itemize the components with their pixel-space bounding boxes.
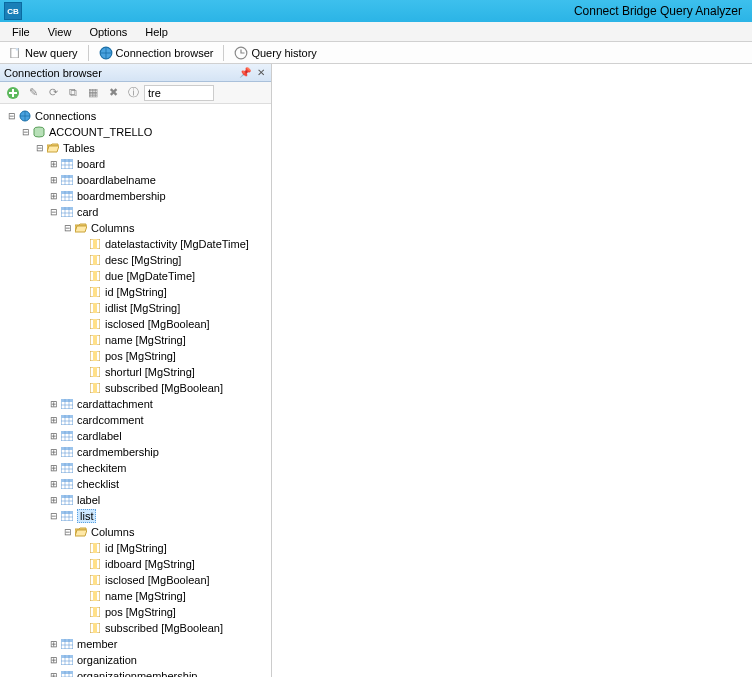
expander-icon[interactable]: ⊞ bbox=[48, 478, 60, 490]
expander-icon[interactable] bbox=[76, 366, 88, 378]
tree-node[interactable]: pos [MgString] bbox=[2, 348, 269, 364]
expander-icon[interactable]: ⊞ bbox=[48, 638, 60, 650]
expander-icon[interactable] bbox=[76, 302, 88, 314]
tree-node[interactable]: pos [MgString] bbox=[2, 604, 269, 620]
tree-node[interactable]: ⊟Connections bbox=[2, 108, 269, 124]
expander-icon[interactable]: ⊟ bbox=[62, 526, 74, 538]
tree-node[interactable]: ⊞label bbox=[2, 492, 269, 508]
tree-node[interactable]: ⊞cardcomment bbox=[2, 412, 269, 428]
expander-icon[interactable] bbox=[76, 590, 88, 602]
tree-node[interactable]: ⊞checklist bbox=[2, 476, 269, 492]
tree-node[interactable]: ⊟Columns bbox=[2, 220, 269, 236]
expander-icon[interactable]: ⊞ bbox=[48, 494, 60, 506]
svg-rect-12 bbox=[61, 191, 73, 194]
tree-node[interactable]: name [MgString] bbox=[2, 332, 269, 348]
tree-node[interactable]: isclosed [MgBoolean] bbox=[2, 316, 269, 332]
close-icon[interactable]: ✕ bbox=[255, 67, 267, 79]
expander-icon[interactable]: ⊞ bbox=[48, 462, 60, 474]
tree-node[interactable]: ⊟Columns bbox=[2, 524, 269, 540]
tree-node[interactable]: ⊞boardlabelname bbox=[2, 172, 269, 188]
expander-icon[interactable]: ⊞ bbox=[48, 398, 60, 410]
tree-node[interactable]: idboard [MgString] bbox=[2, 556, 269, 572]
expander-icon[interactable] bbox=[76, 542, 88, 554]
expander-icon[interactable] bbox=[76, 238, 88, 250]
tree-node[interactable]: ⊞cardattachment bbox=[2, 396, 269, 412]
tree-node[interactable]: ⊞organization bbox=[2, 652, 269, 668]
tree-node[interactable]: subscribed [MgBoolean] bbox=[2, 620, 269, 636]
node-label: label bbox=[77, 494, 100, 506]
tree-node[interactable]: shorturl [MgString] bbox=[2, 364, 269, 380]
refresh-button[interactable]: ⟳ bbox=[44, 84, 62, 102]
globe-icon bbox=[99, 46, 113, 60]
delete-button[interactable]: ✖ bbox=[104, 84, 122, 102]
tree-node[interactable]: ⊞cardmembership bbox=[2, 444, 269, 460]
expander-icon[interactable] bbox=[76, 606, 88, 618]
tree-node[interactable]: ⊞boardmembership bbox=[2, 188, 269, 204]
menu-help[interactable]: Help bbox=[137, 24, 176, 40]
tree-node[interactable]: isclosed [MgBoolean] bbox=[2, 572, 269, 588]
expander-icon[interactable]: ⊞ bbox=[48, 414, 60, 426]
expander-icon[interactable]: ⊞ bbox=[48, 446, 60, 458]
expander-icon[interactable]: ⊞ bbox=[48, 670, 60, 677]
tree-node[interactable]: ⊞organizationmembership bbox=[2, 668, 269, 677]
query-history-button[interactable]: Query history bbox=[230, 44, 320, 62]
separator bbox=[223, 45, 224, 61]
pin-icon[interactable]: 📌 bbox=[239, 67, 251, 79]
menu-file[interactable]: File bbox=[4, 24, 38, 40]
expander-icon[interactable]: ⊟ bbox=[6, 110, 18, 122]
tree-node[interactable]: ⊟list bbox=[2, 508, 269, 524]
database-icon bbox=[32, 125, 46, 139]
table-icon bbox=[60, 173, 74, 187]
expander-icon[interactable] bbox=[76, 558, 88, 570]
tree-node[interactable]: idlist [MgString] bbox=[2, 300, 269, 316]
edit-button[interactable]: ✎ bbox=[24, 84, 42, 102]
tree-node[interactable]: desc [MgString] bbox=[2, 252, 269, 268]
expander-icon[interactable]: ⊟ bbox=[48, 510, 60, 522]
info-button[interactable]: ⓘ bbox=[124, 84, 142, 102]
expander-icon[interactable]: ⊟ bbox=[62, 222, 74, 234]
expander-icon[interactable] bbox=[76, 270, 88, 282]
node-label: id [MgString] bbox=[105, 542, 167, 554]
expander-icon[interactable]: ⊟ bbox=[48, 206, 60, 218]
tree-node[interactable]: ⊞board bbox=[2, 156, 269, 172]
tree-node[interactable]: ⊞member bbox=[2, 636, 269, 652]
tree-node[interactable]: id [MgString] bbox=[2, 284, 269, 300]
expander-icon[interactable]: ⊟ bbox=[20, 126, 32, 138]
tree-node[interactable]: due [MgDateTime] bbox=[2, 268, 269, 284]
expander-icon[interactable] bbox=[76, 574, 88, 586]
column-icon bbox=[88, 589, 102, 603]
expander-icon[interactable]: ⊞ bbox=[48, 430, 60, 442]
tree-node[interactable]: name [MgString] bbox=[2, 588, 269, 604]
expander-icon[interactable]: ⊞ bbox=[48, 190, 60, 202]
tree-node[interactable]: ⊟card bbox=[2, 204, 269, 220]
expander-icon[interactable] bbox=[76, 382, 88, 394]
connection-browser-panel: Connection browser 📌 ✕ ✎ ⟳ ⧉ ▦ ✖ ⓘ ⊟Conn… bbox=[0, 64, 272, 677]
connection-browser-button[interactable]: Connection browser bbox=[95, 44, 218, 62]
expander-icon[interactable]: ⊞ bbox=[48, 654, 60, 666]
tree-node[interactable]: datelastactivity [MgDateTime] bbox=[2, 236, 269, 252]
tree-node[interactable]: subscribed [MgBoolean] bbox=[2, 380, 269, 396]
menu-options[interactable]: Options bbox=[81, 24, 135, 40]
expander-icon[interactable]: ⊞ bbox=[48, 158, 60, 170]
add-connection-button[interactable] bbox=[4, 84, 22, 102]
new-query-button[interactable]: New query bbox=[4, 44, 82, 62]
copy-button[interactable]: ⧉ bbox=[64, 84, 82, 102]
svg-rect-38 bbox=[61, 415, 73, 418]
tree-node[interactable]: id [MgString] bbox=[2, 540, 269, 556]
expander-icon[interactable]: ⊞ bbox=[48, 174, 60, 186]
expander-icon[interactable] bbox=[76, 286, 88, 298]
expander-icon[interactable]: ⊟ bbox=[34, 142, 46, 154]
expander-icon[interactable] bbox=[76, 622, 88, 634]
tree-node[interactable]: ⊞cardlabel bbox=[2, 428, 269, 444]
tree-view[interactable]: ⊟Connections⊟ACCOUNT_TRELLO⊟Tables⊞board… bbox=[0, 104, 271, 677]
expander-icon[interactable] bbox=[76, 254, 88, 266]
search-input[interactable] bbox=[144, 85, 214, 101]
tree-node[interactable]: ⊞checkitem bbox=[2, 460, 269, 476]
menu-view[interactable]: View bbox=[40, 24, 80, 40]
action-button[interactable]: ▦ bbox=[84, 84, 102, 102]
tree-node[interactable]: ⊟Tables bbox=[2, 140, 269, 156]
expander-icon[interactable] bbox=[76, 334, 88, 346]
expander-icon[interactable] bbox=[76, 350, 88, 362]
tree-node[interactable]: ⊟ACCOUNT_TRELLO bbox=[2, 124, 269, 140]
expander-icon[interactable] bbox=[76, 318, 88, 330]
